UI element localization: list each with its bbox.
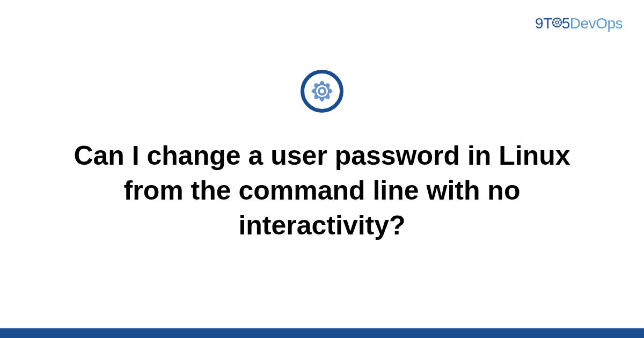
bottom-accent-bar xyxy=(0,328,644,338)
header-icon-circle xyxy=(301,70,343,113)
logo-text-3: DevOps xyxy=(570,15,623,32)
gear-icon xyxy=(310,79,334,103)
logo-text-1: 9T xyxy=(535,15,552,32)
page-title: Can I change a user password in Linux fr… xyxy=(54,138,590,243)
svg-point-1 xyxy=(555,21,559,24)
logo-gear-icon xyxy=(551,15,563,32)
site-logo: 9T 5DevOps xyxy=(535,15,623,33)
main-content: Can I change a user password in Linux fr… xyxy=(0,70,644,243)
logo-text-2: 5 xyxy=(562,15,570,32)
